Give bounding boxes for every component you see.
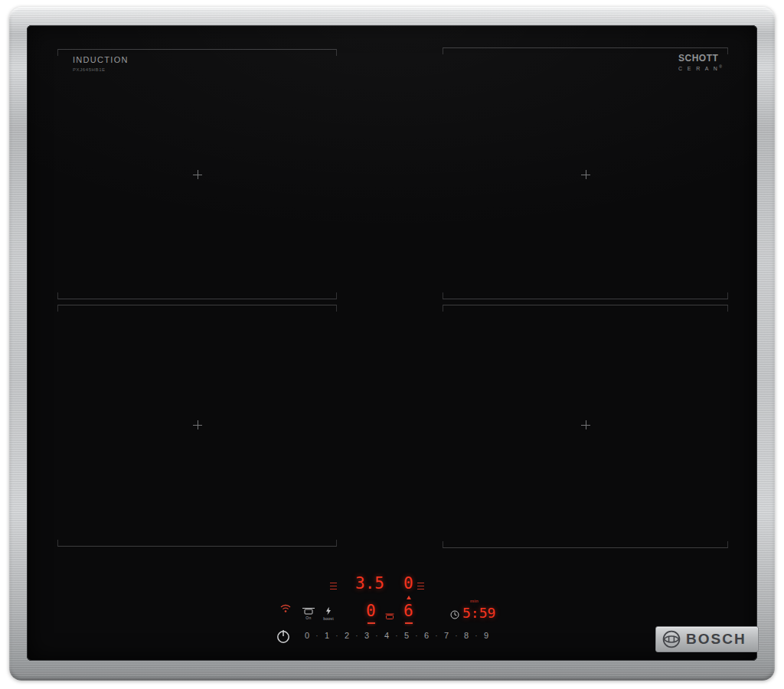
slider-level-1[interactable]: 1 — [322, 631, 332, 640]
slider-separator: · — [432, 632, 441, 640]
zone-underline-front-right — [405, 622, 413, 624]
power-slider[interactable]: 0 · 1 · 2 · 3 · 4 · 5 · 6 · 7 · 8 · 9 — [302, 631, 492, 640]
slider-separator: · — [332, 632, 341, 640]
zone-cross-rear-left — [193, 170, 202, 179]
zone-outline — [57, 305, 337, 312]
slider-level-9[interactable]: 9 — [481, 631, 492, 640]
zone-underline-front-left — [368, 622, 375, 624]
zone-outline — [57, 49, 337, 56]
slider-level-3[interactable]: 3 — [361, 631, 372, 640]
zone-outline — [443, 47, 728, 54]
timer-key[interactable] — [450, 609, 459, 622]
pan-icon — [302, 606, 315, 615]
slider-level-5[interactable]: 5 — [401, 631, 412, 640]
slider-level-0[interactable]: 0 — [302, 631, 312, 640]
boost-key[interactable]: boost — [319, 606, 338, 621]
zone-cross-rear-right — [581, 170, 590, 179]
zone-cross-front-right — [581, 420, 590, 429]
slider-separator: · — [452, 632, 461, 640]
bosch-wordmark: BOSCH — [686, 631, 746, 648]
power-display-rear-right: 0 — [403, 574, 413, 593]
timer-unit-label: min — [470, 599, 479, 603]
slider-level-7[interactable]: 7 — [441, 631, 452, 640]
slider-separator: · — [372, 632, 381, 640]
power-display-front-right: 6 — [403, 602, 413, 620]
bosch-logo: BOSCH — [655, 626, 759, 652]
power-display-rear-left: 3.5 — [355, 574, 384, 593]
timer-display: 5:59 — [462, 605, 495, 621]
zone-outline — [57, 540, 337, 547]
zone-outline — [57, 292, 337, 299]
slider-separator: · — [412, 632, 421, 640]
wifi-icon[interactable] — [279, 602, 292, 616]
flex-zone-lines-left-icon — [330, 583, 337, 589]
bosch-symbol-icon — [662, 630, 681, 648]
slider-separator: · — [312, 632, 322, 640]
pan-on-key[interactable]: On — [299, 606, 318, 620]
zone-outline — [443, 541, 728, 548]
slider-separator: · — [472, 632, 481, 640]
flex-zone-lines-right-icon — [417, 583, 424, 589]
pan-on-label: On — [305, 616, 311, 620]
clock-icon — [450, 610, 459, 619]
slider-level-2[interactable]: 2 — [341, 631, 352, 640]
pan-indicator-icon — [385, 609, 394, 623]
zone-outline — [443, 305, 728, 312]
slider-level-6[interactable]: 6 — [421, 631, 432, 640]
slider-level-8[interactable]: 8 — [461, 631, 472, 640]
zone-outline — [443, 292, 728, 299]
slider-separator: · — [352, 632, 361, 640]
zone-selected-marker-icon — [407, 596, 411, 599]
power-button[interactable] — [276, 629, 291, 644]
power-display-front-left: 0 — [366, 602, 376, 620]
boost-icon — [324, 606, 333, 616]
boost-label: boost — [323, 616, 334, 621]
slider-level-4[interactable]: 4 — [381, 631, 392, 640]
slider-separator: · — [392, 632, 401, 640]
zone-cross-front-left — [193, 420, 202, 429]
power-icon — [276, 629, 291, 644]
induction-cooktop: INDUCTION PXJ645HB1E SCHOTT C E R A N® 3… — [0, 0, 784, 689]
